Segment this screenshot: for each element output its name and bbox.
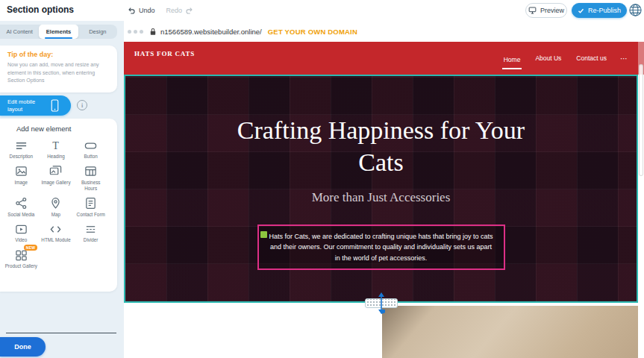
- add-element-heading[interactable]: T Heading: [39, 137, 74, 160]
- nav-more-icon[interactable]: ⋯: [620, 54, 628, 63]
- info-icon[interactable]: i: [77, 100, 87, 110]
- site-logo[interactable]: HATS FOR CATS: [134, 50, 195, 57]
- done-button[interactable]: Done: [0, 337, 46, 357]
- next-section: [124, 303, 644, 358]
- edit-mobile-label: Edit mobile layout: [7, 98, 46, 113]
- element-grid: Description T Heading: [4, 137, 108, 269]
- tab-label: Elements: [46, 28, 71, 35]
- url-text[interactable]: n1566589.websitebuilder.online/: [160, 28, 262, 36]
- get-domain-link[interactable]: GET YOUR OWN DOMAIN: [268, 28, 357, 36]
- add-element-image-gallery[interactable]: Image Gallery: [39, 163, 74, 192]
- tab-ai-content[interactable]: AI Content: [0, 25, 39, 39]
- sidebar-tabs: AI Content Elements Design: [0, 25, 117, 39]
- page-title: Section options: [7, 4, 74, 15]
- tip-of-the-day-card: Tip of the day: Now you can add, move an…: [0, 45, 117, 92]
- scrollbar: [638, 42, 644, 358]
- add-element-video[interactable]: Video: [4, 221, 39, 243]
- undo-button[interactable]: Undo: [127, 6, 155, 15]
- hero-description: Hats for Cats, we are dedicated to craft…: [268, 231, 495, 263]
- element-label: Product Gallery: [5, 263, 37, 269]
- smartphone-icon: [51, 99, 59, 112]
- next-section-image[interactable]: [382, 306, 638, 358]
- edit-mobile-layout-button[interactable]: Edit mobile layout: [0, 95, 71, 116]
- undo-label: Undo: [139, 7, 155, 14]
- add-element-title: Add new element: [16, 125, 117, 133]
- hero-description-box[interactable]: Hats for Cats, we are dedicated to craft…: [257, 224, 505, 270]
- sidebar-divider: [6, 333, 116, 333]
- add-element-description[interactable]: Description: [4, 137, 39, 160]
- nav-about-us[interactable]: About Us: [534, 51, 563, 65]
- undo-icon: [127, 6, 136, 15]
- tab-design[interactable]: Design: [78, 25, 117, 39]
- preview-button[interactable]: Preview: [525, 3, 567, 18]
- element-label: Description: [10, 154, 34, 160]
- contact-form-icon: [84, 197, 99, 210]
- business-hours-icon: [84, 165, 99, 178]
- site-header: HATS FOR CATS Home About Us Contact us ⋯: [124, 42, 644, 75]
- tab-label: AI Content: [6, 28, 32, 35]
- element-label: Image: [15, 180, 28, 186]
- republish-label: Re-Publish: [588, 7, 621, 14]
- republish-button[interactable]: Re-Publish: [572, 3, 627, 18]
- add-element-divider[interactable]: Divider: [73, 221, 108, 243]
- image-icon: [13, 165, 28, 178]
- element-label: HTML Module: [41, 237, 70, 243]
- tab-label: Design: [89, 28, 106, 35]
- heading-icon: T: [49, 139, 63, 152]
- social-media-icon: [13, 197, 28, 210]
- video-icon: [13, 222, 28, 236]
- element-label: Business Hours: [75, 180, 107, 192]
- add-element-html-module[interactable]: HTML Module: [39, 221, 74, 243]
- element-label: Social Media: [7, 212, 34, 218]
- element-label: Video: [15, 237, 27, 243]
- check-icon: [578, 7, 584, 14]
- nav-home[interactable]: Home: [502, 53, 522, 69]
- monitor-icon: [528, 7, 537, 14]
- preview-label: Preview: [540, 7, 564, 14]
- browser-dot: [128, 30, 131, 34]
- scrollbar-thumb[interactable]: [639, 64, 643, 176]
- divider-icon: [84, 222, 99, 236]
- hero-subheading[interactable]: More than Just Accessories: [125, 190, 637, 205]
- redo-icon: [185, 6, 194, 15]
- sidebar: AI Content Elements Design Tip of the da…: [0, 21, 124, 358]
- tip-body: Now you can add, move and resize any ele…: [7, 61, 110, 85]
- button-icon: [84, 139, 99, 152]
- browser-dot: [134, 30, 137, 34]
- redo-label: Redo: [166, 7, 183, 14]
- add-element-business-hours[interactable]: Business Hours: [73, 163, 108, 192]
- html-module-icon: [49, 222, 63, 236]
- redo-button[interactable]: Redo: [166, 6, 195, 15]
- globe-icon[interactable]: [628, 3, 643, 17]
- section-resize-handle[interactable]: [365, 298, 398, 308]
- done-label: Done: [14, 343, 31, 351]
- hero-section-selected[interactable]: Crafting Happiness for Your Cats More th…: [124, 75, 638, 303]
- tab-elements[interactable]: Elements: [39, 25, 78, 39]
- svg-text:T: T: [53, 139, 60, 151]
- nav-contact-us[interactable]: Contact us: [575, 51, 608, 65]
- website-builder-app: Section options Undo Redo: [0, 0, 644, 358]
- site-nav: Home About Us Contact us ⋯: [502, 42, 628, 75]
- image-gallery-icon: [49, 165, 63, 178]
- add-element-product-gallery[interactable]: NEW Product Gallery: [4, 247, 39, 269]
- add-element-social-media[interactable]: Social Media: [4, 195, 39, 218]
- browser-dots: [128, 30, 143, 34]
- element-label: Divider: [84, 237, 99, 243]
- lock-icon: [149, 28, 157, 36]
- site-preview-canvas: n1566589.websitebuilder.online/ GET YOUR…: [124, 21, 644, 358]
- add-element-image[interactable]: Image: [4, 163, 39, 192]
- add-element-map[interactable]: Map: [39, 195, 74, 218]
- element-label: Heading: [47, 154, 64, 160]
- topbar: Section options Undo Redo: [0, 0, 644, 21]
- active-tab-indicator: [45, 37, 72, 39]
- hero-heading[interactable]: Crafting Happiness for Your Cats: [221, 115, 542, 178]
- element-selection-handle[interactable]: [260, 231, 267, 238]
- browser-bar: n1566589.websitebuilder.online/ GET YOUR…: [124, 21, 644, 42]
- add-element-button[interactable]: Button: [73, 137, 108, 160]
- element-label: Contact Form: [77, 212, 105, 218]
- element-label: Button: [84, 154, 98, 160]
- description-icon: [13, 139, 28, 152]
- undo-redo-group: Undo Redo: [127, 0, 194, 21]
- map-icon: [49, 197, 63, 210]
- add-element-contact-form[interactable]: Contact Form: [73, 195, 108, 218]
